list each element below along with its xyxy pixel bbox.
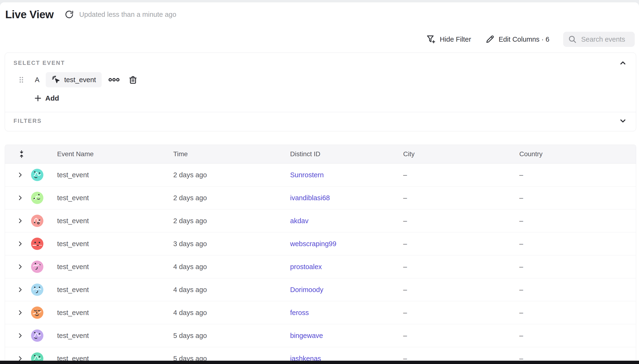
search-icon	[568, 35, 577, 44]
events-table: Event NameTimeDistinct IDCityCountry tes…	[5, 144, 636, 364]
chevron-right-icon	[17, 218, 24, 224]
cell-event-name: test_event	[47, 171, 163, 179]
edit-columns-button[interactable]: Edit Columns · 6	[485, 34, 549, 44]
refresh-icon[interactable]	[65, 10, 74, 19]
row-expander[interactable]	[17, 218, 24, 224]
cell-time: 4 days ago	[163, 286, 280, 294]
cell-distinct-id: ivandiblasi68	[280, 194, 393, 202]
cell-city: –	[393, 263, 509, 271]
filters-label: FILTERS	[14, 118, 42, 124]
cell-distinct-id: feross	[280, 309, 393, 317]
distinct-id-link[interactable]: prostoalex	[290, 263, 322, 270]
event-letter: A	[35, 76, 41, 84]
row-expander[interactable]	[17, 309, 24, 316]
filters-section[interactable]: FILTERS	[5, 112, 636, 131]
cell-event-name: test_event	[47, 240, 163, 248]
cell-country: –	[509, 194, 636, 202]
search-input[interactable]	[581, 35, 630, 44]
user-avatar	[31, 169, 43, 181]
cell-time: 5 days ago	[163, 332, 280, 340]
cell-event-name: test_event	[47, 309, 163, 317]
cell-time: 4 days ago	[163, 309, 280, 317]
add-label: Add	[45, 94, 59, 102]
cell-distinct-id: Dorimoody	[280, 286, 393, 294]
toolbar: Hide Filter Edit Columns · 6	[426, 32, 635, 47]
select-event-section-header: SELECT EVENT	[5, 53, 636, 66]
updated-status: Updated less than a minute ago	[79, 11, 176, 18]
cell-city: –	[393, 217, 509, 225]
chevron-right-icon	[17, 194, 24, 201]
cell-distinct-id: prostoalex	[280, 263, 393, 271]
column-header-event-name: Event Name	[47, 150, 163, 158]
cell-event-name: test_event	[47, 263, 163, 271]
more-options-icon[interactable]	[108, 78, 120, 82]
cell-time: 4 days ago	[163, 263, 280, 271]
add-event-button[interactable]: Add	[34, 94, 59, 103]
cell-city: –	[393, 171, 509, 179]
chevron-right-icon	[17, 286, 24, 293]
table-row: test_event5 days agobingewave––	[5, 324, 636, 347]
chevron-right-icon	[17, 172, 24, 178]
user-avatar	[31, 284, 43, 296]
cell-country: –	[509, 309, 636, 317]
distinct-id-link[interactable]: ivandiblasi68	[290, 194, 330, 202]
table-row: test_event4 days agofeross––	[5, 301, 636, 324]
cell-country: –	[509, 286, 636, 294]
distinct-id-link[interactable]: bingewave	[290, 332, 323, 340]
edit-columns-label: Edit Columns · 6	[499, 36, 549, 43]
event-name: test_event	[64, 76, 96, 84]
distinct-id-link[interactable]: Sunrostern	[290, 171, 324, 179]
hide-filter-button[interactable]: Hide Filter	[426, 34, 471, 44]
table-body: test_event2 days agoSunrostern––test_eve…	[5, 164, 636, 364]
user-avatar	[31, 192, 43, 204]
row-expander[interactable]	[17, 194, 24, 201]
table-row: test_event3 days agowebscraping99––	[5, 232, 636, 255]
query-builder-card: SELECT EVENT A	[5, 52, 636, 131]
table-header: Event NameTimeDistinct IDCityCountry	[5, 145, 636, 164]
row-expander[interactable]	[17, 286, 24, 293]
plus-icon	[34, 94, 42, 102]
row-expander[interactable]	[17, 172, 24, 178]
chevron-down-icon[interactable]	[619, 117, 627, 125]
distinct-id-link[interactable]: webscraping99	[290, 240, 336, 248]
cell-distinct-id: webscraping99	[280, 240, 393, 248]
trash-icon[interactable]	[128, 75, 138, 84]
row-expander[interactable]	[17, 332, 24, 339]
pencil-icon	[485, 34, 495, 44]
page-title: Live View	[5, 8, 54, 21]
cell-event-name: test_event	[47, 217, 163, 225]
table-row: test_event2 days agoakdav––	[5, 210, 636, 232]
filter-plus-icon	[426, 34, 436, 44]
cell-event-name: test_event	[47, 194, 163, 202]
row-expander[interactable]	[17, 240, 24, 247]
chevron-right-icon	[17, 264, 24, 270]
user-avatar	[31, 238, 43, 250]
select-event-label: SELECT EVENT	[14, 60, 65, 66]
table-row: test_event4 days agoDorimoody––	[5, 278, 636, 301]
cell-distinct-id: akdav	[280, 217, 393, 225]
user-avatar	[31, 215, 43, 227]
table-row: test_event4 days agoprostoalex––	[5, 255, 636, 278]
cell-event-name: test_event	[47, 332, 163, 340]
event-selector[interactable]: test_event	[46, 72, 102, 87]
cell-time: 2 days ago	[163, 194, 280, 202]
distinct-id-link[interactable]: akdav	[290, 217, 308, 224]
cell-distinct-id: Sunrostern	[280, 171, 393, 179]
distinct-id-link[interactable]: feross	[290, 309, 309, 316]
row-expander[interactable]	[17, 264, 24, 270]
cell-time: 3 days ago	[163, 240, 280, 248]
drag-handle-icon[interactable]	[19, 76, 24, 84]
column-header-distinct-id: Distinct ID	[280, 150, 393, 158]
cell-country: –	[509, 263, 636, 271]
cell-city: –	[393, 309, 509, 317]
column-header-time: Time	[163, 150, 280, 158]
collapse-rows-icon[interactable]	[17, 150, 26, 158]
search-events-box[interactable]	[563, 32, 635, 47]
user-avatar	[31, 306, 43, 319]
chevron-right-icon	[17, 240, 24, 247]
distinct-id-link[interactable]: Dorimoody	[290, 286, 323, 294]
chevron-up-icon[interactable]	[619, 59, 627, 67]
table-row: test_event2 days agoSunrostern––	[5, 164, 636, 186]
cell-city: –	[393, 332, 509, 340]
cell-city: –	[393, 194, 509, 202]
